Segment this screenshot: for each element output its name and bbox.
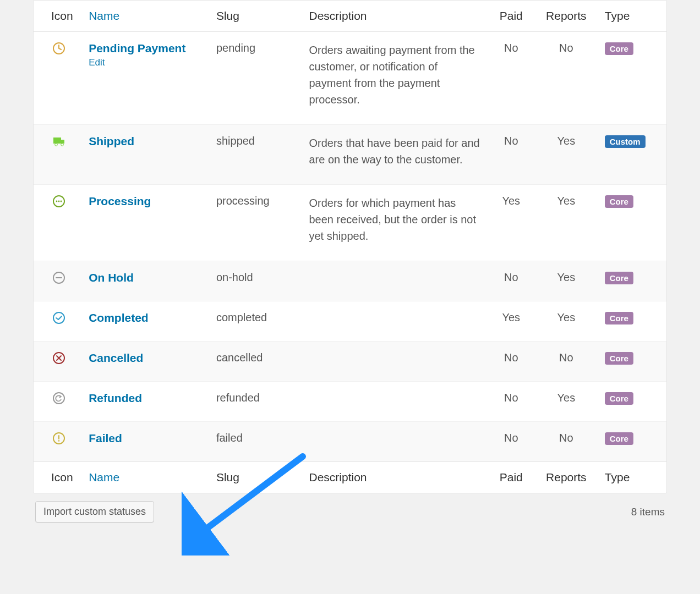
status-reports: No — [534, 32, 598, 125]
status-description — [303, 301, 488, 342]
status-slug: failed — [210, 422, 303, 462]
status-description — [303, 382, 488, 422]
svg-point-4 — [61, 144, 64, 146]
status-reports: Yes — [534, 261, 598, 301]
column-footer-reports: Reports — [534, 462, 598, 493]
column-header-icon: Icon — [34, 1, 82, 32]
status-name-link[interactable]: Shipped — [89, 135, 134, 148]
column-footer-name[interactable]: Name — [82, 462, 210, 493]
svg-point-6 — [56, 201, 58, 202]
status-paid: No — [488, 261, 534, 301]
svg-point-7 — [58, 201, 60, 202]
status-type: Core — [598, 382, 666, 422]
column-footer-paid: Paid — [488, 462, 534, 493]
svg-rect-1 — [53, 138, 61, 144]
column-header-name[interactable]: Name — [82, 1, 210, 32]
status-type: Core — [598, 422, 666, 462]
status-reports: No — [534, 422, 598, 462]
svg-point-11 — [53, 312, 64, 323]
svg-rect-2 — [61, 140, 64, 144]
dots-icon — [34, 185, 82, 261]
import-custom-statuses-button[interactable]: Import custom statuses — [35, 501, 154, 522]
status-name-link[interactable]: Failed — [89, 432, 122, 445]
status-paid: No — [488, 422, 534, 462]
core-badge: Core — [605, 195, 633, 208]
status-description: Orders for which payment has been receiv… — [303, 185, 488, 261]
status-paid: Yes — [488, 301, 534, 342]
column-header-paid: Paid — [488, 1, 534, 32]
column-header-reports: Reports — [534, 1, 598, 32]
status-slug: processing — [210, 185, 303, 261]
table-row: FailedfailedNoNoCore — [34, 422, 666, 462]
exclaim-icon — [34, 422, 82, 462]
truck-icon — [34, 125, 82, 185]
status-name-link[interactable]: Pending Payment — [89, 42, 185, 55]
status-name-link[interactable]: Refunded — [89, 392, 142, 405]
item-count: 8 items — [631, 506, 665, 518]
status-type: Core — [598, 185, 666, 261]
column-footer-description: Description — [303, 462, 488, 493]
status-slug: on-hold — [210, 261, 303, 301]
status-paid: No — [488, 382, 534, 422]
status-slug: cancelled — [210, 342, 303, 382]
status-slug: pending — [210, 32, 303, 125]
status-type: Core — [598, 301, 666, 342]
custom-badge: Custom — [605, 135, 646, 148]
status-description — [303, 422, 488, 462]
status-type: Core — [598, 342, 666, 382]
status-reports: Yes — [534, 301, 598, 342]
table-row: CancelledcancelledNoNoCore — [34, 342, 666, 382]
status-name-link[interactable]: On Hold — [89, 271, 134, 284]
column-header-description: Description — [303, 1, 488, 32]
status-reports: Yes — [534, 125, 598, 185]
table-row: Pending PaymentEditpendingOrders awaitin… — [34, 32, 666, 125]
cross-icon — [34, 342, 82, 382]
column-footer-type: Type — [598, 462, 666, 493]
status-name-link[interactable]: Cancelled — [89, 351, 143, 365]
status-name-link[interactable]: Completed — [89, 311, 149, 324]
column-footer-slug: Slug — [210, 462, 303, 493]
status-description — [303, 342, 488, 382]
status-slug: completed — [210, 301, 303, 342]
status-paid: Yes — [488, 185, 534, 261]
core-badge: Core — [605, 432, 633, 445]
status-paid: No — [488, 125, 534, 185]
check-icon — [34, 301, 82, 342]
status-slug: refunded — [210, 382, 303, 422]
status-description — [303, 261, 488, 301]
svg-point-13 — [53, 393, 64, 404]
core-badge: Core — [605, 352, 633, 365]
core-badge: Core — [605, 392, 633, 405]
table-row: ProcessingprocessingOrders for which pay… — [34, 185, 666, 261]
edit-link[interactable]: Edit — [89, 57, 105, 68]
table-header: Icon Name Slug Description Paid Reports … — [34, 1, 666, 32]
minus-icon — [34, 261, 82, 301]
svg-point-16 — [58, 440, 60, 442]
table-row: ShippedshippedOrders that have been paid… — [34, 125, 666, 185]
table-row: RefundedrefundedNoYesCore — [34, 382, 666, 422]
core-badge: Core — [605, 272, 633, 284]
clock-icon — [34, 32, 82, 125]
status-paid: No — [488, 32, 534, 125]
svg-point-8 — [61, 201, 62, 202]
status-description: Orders that have been paid for and are o… — [303, 125, 488, 185]
status-name-link[interactable]: Processing — [89, 195, 151, 208]
table-row: On Holdon-holdNoYesCore — [34, 261, 666, 301]
core-badge: Core — [605, 312, 633, 324]
core-badge: Core — [605, 42, 633, 55]
table-row: CompletedcompletedYesYesCore — [34, 301, 666, 342]
table-footer: Icon Name Slug Description Paid Reports … — [34, 462, 666, 493]
status-paid: No — [488, 342, 534, 382]
status-description: Orders awaiting payment from the custome… — [303, 32, 488, 125]
status-type: Core — [598, 261, 666, 301]
order-status-table: Icon Name Slug Description Paid Reports … — [33, 0, 667, 493]
status-slug: shipped — [210, 125, 303, 185]
column-footer-icon: Icon — [34, 462, 82, 493]
status-reports: No — [534, 342, 598, 382]
column-header-type: Type — [598, 1, 666, 32]
status-type: Core — [598, 32, 666, 125]
status-type: Custom — [598, 125, 666, 185]
column-header-slug: Slug — [210, 1, 303, 32]
status-reports: Yes — [534, 185, 598, 261]
refund-icon — [34, 382, 82, 422]
